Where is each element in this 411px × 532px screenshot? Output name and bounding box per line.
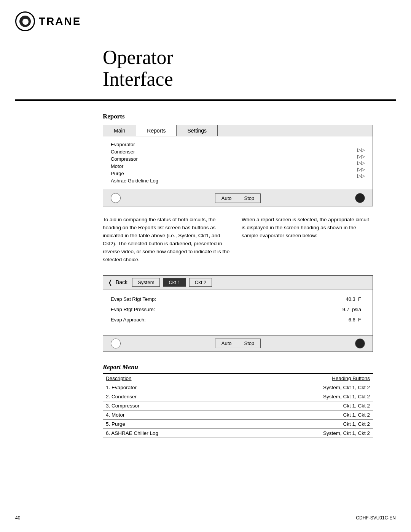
menu-row: Evaporator Condenser Compressor Motor Pu… [111, 141, 365, 184]
tab-bar: Main Reports Settings [103, 125, 373, 136]
heading-3: Ckt 1, Ckt 2 [245, 401, 373, 410]
table-row: 3. Compressor Ckt 1, Ckt 2 [103, 401, 373, 410]
circle-btn-right-1[interactable] [355, 193, 365, 203]
data-area: Evap Sat Rfgt Temp: 40.3 F Evap Rfgt Pre… [103, 289, 373, 335]
table-row: 6. ASHRAE Chiller Log System, Ckt 1, Ckt… [103, 428, 373, 438]
page-title-area: Operator Interface [0, 39, 411, 96]
arrow-icon-1: ▷▷ [357, 147, 365, 153]
page-number: 40 [15, 515, 20, 521]
heading-2: System, Ckt 1, Ckt 2 [245, 392, 373, 401]
desc-2: 2. Condenser [103, 392, 245, 401]
menu-items: Evaporator Condenser Compressor Motor Pu… [103, 136, 373, 190]
menu-item-condenser[interactable]: Condenser [111, 149, 158, 155]
stop-button-1[interactable]: Stop [238, 193, 261, 203]
screen-bottom-2: Auto Stop [103, 335, 373, 351]
data-row-1: Evap Sat Rfgt Temp: 40.3 F [111, 294, 361, 304]
heading-6: System, Ckt 1, Ckt 2 [245, 428, 373, 438]
tab-settings[interactable]: Settings [177, 125, 218, 136]
menu-item-motor[interactable]: Motor [111, 163, 158, 169]
desc-1: 1. Evaporator [103, 383, 245, 392]
logo-area: TRANE [15, 11, 81, 31]
header: TRANE [0, 0, 411, 39]
back-tab-bar: ❬ Back System Ckt 1 Ckt 2 [103, 276, 373, 289]
report-menu-label: Report Menu [103, 363, 396, 371]
table-row: 4. Motor Ckt 1, Ckt 2 [103, 410, 373, 419]
circle-btn-left-1[interactable] [111, 193, 121, 203]
tab-main[interactable]: Main [103, 125, 136, 136]
menu-item-ashrae[interactable]: Ashrae Guideline Log [111, 178, 158, 184]
arrow-icon-2: ▷▷ [357, 153, 365, 159]
footer: 40 CDHF-SVU01C-EN [15, 515, 396, 521]
circle-btn-right-2[interactable] [355, 339, 365, 348]
desc-6: 6. ASHRAE Chiller Log [103, 428, 245, 438]
arrow-icon-4: ▷▷ [357, 166, 365, 172]
table-row: 1. Evaporator System, Ckt 1, Ckt 2 [103, 383, 373, 392]
heading-1: System, Ckt 1, Ckt 2 [245, 383, 373, 392]
desc-3: 3. Compressor [103, 401, 245, 410]
doc-number: CDHF-SVU01C-EN [356, 515, 396, 521]
table-row: 5. Purge Ckt 1, Ckt 2 [103, 419, 373, 428]
table-header-row: Description Heading Buttons [103, 374, 373, 383]
menu-item-evaporator[interactable]: Evaporator [111, 142, 158, 147]
back-label[interactable]: Back [116, 279, 127, 285]
evaporator-screen-box: ❬ Back System Ckt 1 Ckt 2 Evap Sat Rfgt … [103, 275, 373, 352]
trane-logo-icon [15, 11, 35, 31]
heading-4: Ckt 1, Ckt 2 [245, 410, 373, 419]
table-row: 2. Condenser System, Ckt 1, Ckt 2 [103, 392, 373, 401]
data-row-3: Evap Approach: 6.6 F [111, 315, 361, 325]
stop-button-2[interactable]: Stop [238, 339, 261, 348]
data-row-2: Evap Rfgt Pressure: 9.7 psia [111, 304, 361, 315]
reports-section-label: Reports [103, 113, 396, 120]
auto-button-2[interactable]: Auto [215, 339, 238, 348]
reports-screen-box: Main Reports Settings Evaporator Condens… [103, 125, 373, 206]
text-right: When a report screen is selected, the ap… [242, 216, 373, 264]
screen-bottom-1: Auto Stop [103, 190, 373, 206]
main-divider [15, 99, 396, 101]
auto-button-1[interactable]: Auto [215, 193, 238, 203]
menu-item-purge[interactable]: Purge [111, 171, 158, 176]
nav-tab-ckt1[interactable]: Ckt 1 [163, 278, 186, 287]
nav-tab-system[interactable]: System [132, 278, 160, 287]
circle-btn-left-2[interactable] [111, 339, 121, 348]
tab-reports[interactable]: Reports [136, 125, 177, 136]
desc-4: 4. Motor [103, 410, 245, 419]
col2-header: Heading Buttons [245, 374, 373, 383]
desc-5: 5. Purge [103, 419, 245, 428]
menu-item-compressor[interactable]: Compressor [111, 156, 158, 162]
btn-group-2: Auto Stop [215, 339, 261, 348]
main-content: Reports Main Reports Settings Evaporator… [0, 113, 411, 438]
text-left: To aid in comparing the status of both c… [103, 216, 234, 264]
menu-arrows: ▷▷ ▷▷ ▷▷ ▷▷ ▷▷ [357, 147, 365, 179]
brand-name: TRANE [39, 15, 81, 27]
nav-tab-ckt2[interactable]: Ckt 2 [189, 278, 212, 287]
heading-5: Ckt 1, Ckt 2 [245, 419, 373, 428]
arrow-icon-5: ▷▷ [357, 173, 365, 179]
col1-header: Description [103, 374, 245, 383]
arrow-icon-3: ▷▷ [357, 160, 365, 166]
btn-group-1: Auto Stop [215, 193, 261, 203]
back-arrow-icon: ❬ [108, 279, 113, 286]
page-title: Operator Interface [103, 46, 308, 90]
report-menu-table: Description Heading Buttons 1. Evaporato… [103, 373, 373, 438]
text-columns: To aid in comparing the status of both c… [103, 216, 373, 264]
